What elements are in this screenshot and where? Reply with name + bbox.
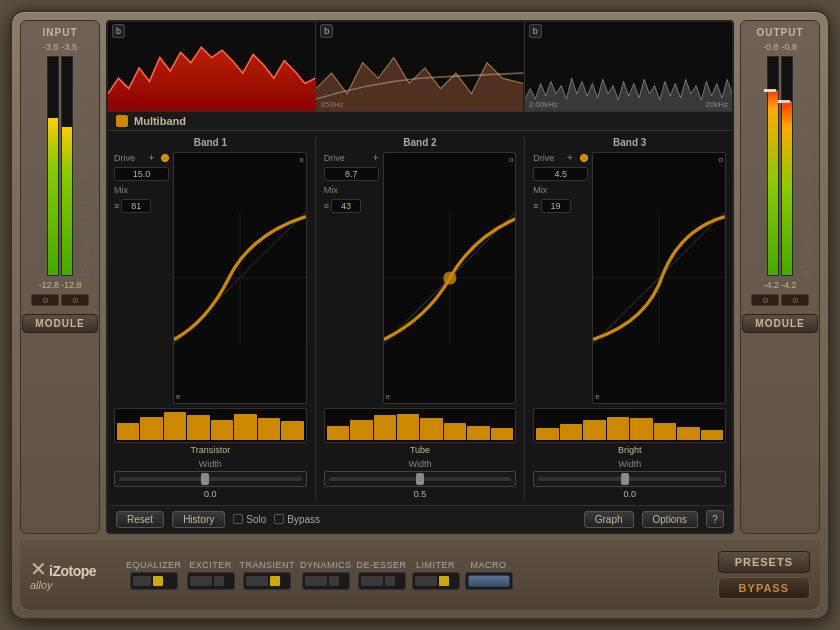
band2-waveform bbox=[316, 42, 523, 111]
band2-graph: o e bbox=[383, 152, 517, 404]
freq-band2-label: b bbox=[320, 24, 333, 38]
band1-drive-header: Drive + bbox=[114, 152, 169, 163]
svg-point-11 bbox=[443, 271, 456, 284]
band1-width-slider[interactable] bbox=[114, 471, 307, 487]
input-link-btn2[interactable]: ⊙ bbox=[61, 294, 89, 306]
module-equalizer-label: EQUALIZER bbox=[126, 560, 182, 570]
module-transient-ctrl[interactable] bbox=[243, 572, 291, 590]
band1-drive-label: Drive bbox=[114, 153, 142, 163]
band1-mix-value[interactable]: 81 bbox=[121, 199, 151, 213]
module-dynamics-ctrl[interactable] bbox=[302, 572, 350, 590]
band1-width-section: Width 0.0 bbox=[114, 459, 307, 499]
band1-width-value: 0.0 bbox=[114, 489, 307, 499]
graph-button[interactable]: Graph bbox=[584, 511, 634, 528]
band3-type-name[interactable]: Bright bbox=[533, 445, 726, 455]
input-label: INPUT bbox=[43, 27, 78, 38]
multiband-header: Multiband bbox=[108, 112, 732, 131]
band1-left: Drive + 15.0 Mix ≡ 81 bbox=[114, 152, 169, 404]
module-de-esser-label: DE-ESSER bbox=[357, 560, 407, 570]
band3-mix-value[interactable]: 19 bbox=[541, 199, 571, 213]
band-section-1: Band 1 Drive + 15.0 Mix bbox=[114, 137, 307, 499]
module-macro-label: MACRO bbox=[471, 560, 507, 570]
output-scale: +3 0 -3 -6 -10 -15 -20 -30 -40 -50 bbox=[801, 56, 811, 276]
band3-drive-dot bbox=[580, 154, 588, 162]
output-fill-left bbox=[768, 90, 778, 275]
output-bottom-values: -4.2 -4.2 bbox=[763, 280, 796, 290]
band3-mix-label: Mix bbox=[533, 185, 561, 195]
band1-waveform bbox=[108, 42, 315, 111]
output-db-bottom-left: -4.2 bbox=[763, 280, 779, 290]
module-dynamics: DYNAMICS bbox=[300, 560, 352, 590]
band3-drive-plus[interactable]: + bbox=[567, 152, 573, 163]
output-fill-right bbox=[782, 101, 792, 275]
logo-alloy: alloy bbox=[30, 579, 53, 591]
output-module-button[interactable]: MODULE bbox=[742, 314, 817, 333]
bypass-button[interactable]: BYPASS bbox=[718, 577, 810, 599]
band1-drive-dot bbox=[161, 154, 169, 162]
module-macro-ctrl[interactable] bbox=[465, 572, 513, 590]
band3-drive-value[interactable]: 4.5 bbox=[533, 167, 588, 181]
module-transient: TRANSIENT bbox=[240, 560, 296, 590]
band1-width-thumb bbox=[201, 473, 209, 485]
solo-checkbox[interactable] bbox=[233, 514, 243, 524]
band3-title: Band 3 bbox=[533, 137, 726, 148]
band2-drive-label: Drive bbox=[324, 153, 352, 163]
band1-mix-row: Mix bbox=[114, 185, 169, 195]
input-link-area: ⊙ ⊙ bbox=[31, 294, 89, 306]
band2-title: Band 2 bbox=[324, 137, 517, 148]
band2-drive-plus[interactable]: + bbox=[373, 152, 379, 163]
band3-mix-area: ≡ 19 bbox=[533, 199, 588, 213]
band1-controls: Drive + 15.0 Mix ≡ 81 bbox=[114, 152, 307, 404]
band1-graph-e: e bbox=[176, 392, 180, 401]
output-link-btn[interactable]: ⊙ bbox=[751, 294, 779, 306]
help-button[interactable]: ? bbox=[706, 510, 724, 528]
module-limiter-ctrl[interactable] bbox=[412, 572, 460, 590]
band2-graph-o: o bbox=[509, 155, 513, 164]
module-de-esser: DE-ESSER bbox=[357, 560, 407, 590]
freq-display: b 20Hz bbox=[108, 22, 732, 112]
band2-type-bars bbox=[324, 408, 517, 443]
band3-width-section: Width 0.0 bbox=[533, 459, 726, 499]
reset-button[interactable]: Reset bbox=[116, 511, 164, 528]
band3-mix-row: Mix bbox=[533, 185, 588, 195]
band1-type-name[interactable]: Transistor bbox=[114, 445, 307, 455]
bypass-checkbox[interactable] bbox=[274, 514, 284, 524]
input-fill-right bbox=[62, 127, 72, 275]
band1-graph: o e bbox=[173, 152, 307, 404]
bypass-label: Bypass bbox=[287, 514, 320, 525]
band-sep-2 bbox=[524, 137, 525, 499]
input-module-button[interactable]: MODULE bbox=[22, 314, 97, 333]
module-equalizer-ctrl[interactable] bbox=[130, 572, 178, 590]
band3-drive-header: Drive + bbox=[533, 152, 588, 163]
module-transient-label: TRANSIENT bbox=[240, 560, 296, 570]
module-exciter-ctrl[interactable] bbox=[187, 572, 235, 590]
input-meter-panel: INPUT -3.5 -3.5 +3 0 -3 -6 -10 bbox=[20, 20, 100, 534]
band2-drive-value[interactable]: 8.7 bbox=[324, 167, 379, 181]
right-buttons: PRESETS BYPASS bbox=[718, 551, 810, 599]
presets-button[interactable]: PRESETS bbox=[718, 551, 810, 573]
band2-width-slider[interactable] bbox=[324, 471, 517, 487]
band1-drive-value[interactable]: 15.0 bbox=[114, 167, 169, 181]
output-link-btn2[interactable]: ⊙ bbox=[781, 294, 809, 306]
input-bars: +3 0 -3 -6 -10 -15 -20 -30 -40 -50 bbox=[47, 56, 73, 276]
output-clip-indicator-left bbox=[764, 89, 776, 92]
logo-x-icon: ✕ bbox=[30, 559, 47, 579]
history-button[interactable]: History bbox=[172, 511, 225, 528]
band2-mix-value[interactable]: 43 bbox=[331, 199, 361, 213]
band3-left: Drive + 4.5 Mix ≡ 19 bbox=[533, 152, 588, 404]
input-bottom-values: -12.8 -12.8 bbox=[38, 280, 81, 290]
band2-type-name[interactable]: Tube bbox=[324, 445, 517, 455]
band1-drive-plus[interactable]: + bbox=[149, 152, 155, 163]
band3-width-track bbox=[538, 477, 721, 481]
module-macro: MACRO bbox=[465, 560, 513, 590]
input-link-btn[interactable]: ⊙ bbox=[31, 294, 59, 306]
output-label: OUTPUT bbox=[756, 27, 803, 38]
band3-graph-o: o bbox=[719, 155, 723, 164]
module-de-esser-ctrl[interactable] bbox=[358, 572, 406, 590]
options-button[interactable]: Options bbox=[642, 511, 698, 528]
band2-width-thumb bbox=[416, 473, 424, 485]
freq-band-1: b 20Hz bbox=[108, 22, 316, 111]
input-fill-left bbox=[48, 118, 58, 275]
band3-width-slider[interactable] bbox=[533, 471, 726, 487]
svg-marker-1 bbox=[316, 58, 523, 111]
